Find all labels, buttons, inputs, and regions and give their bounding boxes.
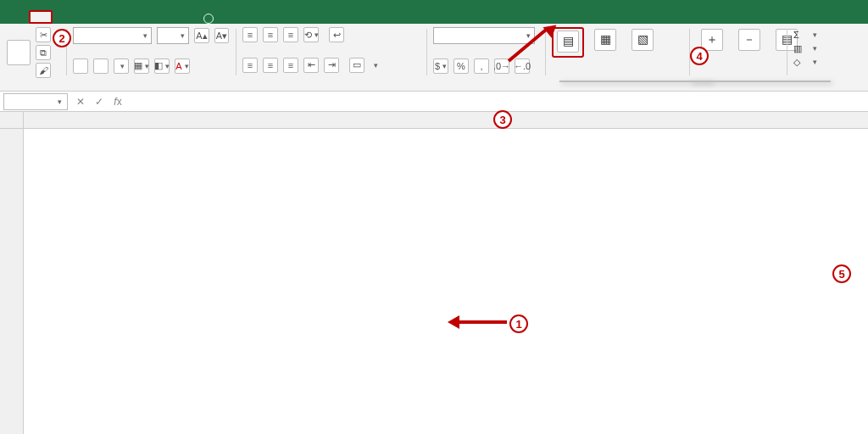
increase-indent-button[interactable]: ⇥ xyxy=(324,58,339,73)
highlight-cells-submenu xyxy=(691,81,831,82)
group-alignment: ≡ ≡ ≡ ⟲ ↩ ≡ ≡ ≡ ⇤ ⇥ ▭ xyxy=(236,24,426,91)
lightbulb-icon xyxy=(203,14,214,24)
fill-button[interactable]: ▥ xyxy=(793,42,861,54)
copy-button[interactable]: ⧉ xyxy=(36,45,51,60)
decrease-decimal-button[interactable]: ←.0 xyxy=(515,58,530,74)
fx-button[interactable]: fx xyxy=(108,96,127,108)
worksheet[interactable] xyxy=(0,112,868,434)
sigma-icon: Σ xyxy=(793,30,804,40)
eraser-icon: ◇ xyxy=(793,57,804,67)
number-format-select[interactable] xyxy=(433,27,535,44)
select-all-triangle[interactable] xyxy=(0,112,24,129)
increase-font-button[interactable]: A▴ xyxy=(194,28,209,43)
group-label-number xyxy=(433,87,538,89)
cancel-formula-button[interactable]: ✕ xyxy=(71,96,90,108)
delete-icon: － xyxy=(738,29,760,51)
decrease-font-button[interactable]: A▾ xyxy=(214,28,229,43)
orientation-button[interactable]: ⟲ xyxy=(303,27,319,42)
align-center-button[interactable]: ≡ xyxy=(263,58,278,73)
bold-button[interactable] xyxy=(73,58,88,74)
annotation-2: 2 xyxy=(53,29,71,47)
align-bottom-button[interactable]: ≡ xyxy=(283,27,298,42)
decrease-indent-button[interactable]: ⇤ xyxy=(303,58,319,73)
tab-page-layout[interactable] xyxy=(73,14,93,24)
tab-insert[interactable] xyxy=(53,14,73,24)
accounting-format-button[interactable]: $ xyxy=(433,58,448,74)
delete-cells-button[interactable]: － xyxy=(733,27,765,54)
annotation-3: 3 xyxy=(493,110,512,129)
align-top-button[interactable]: ≡ xyxy=(242,27,258,42)
merge-icon: ▭ xyxy=(349,58,364,73)
ribbon-tabs xyxy=(0,0,868,24)
align-left-button[interactable]: ≡ xyxy=(242,58,258,73)
tab-home[interactable] xyxy=(29,10,53,24)
row-headers xyxy=(0,112,24,434)
font-color-button[interactable]: A xyxy=(175,58,190,74)
group-label-clipboard xyxy=(7,87,59,89)
enter-formula-button[interactable]: ✓ xyxy=(90,96,108,108)
merge-center-button[interactable]: ▭ xyxy=(349,58,378,73)
fill-icon: ▥ xyxy=(793,43,804,53)
fill-color-button[interactable]: ◧ xyxy=(154,58,170,74)
tab-review[interactable] xyxy=(134,14,154,24)
format-as-table-icon: ▦ xyxy=(594,29,616,51)
tell-me[interactable] xyxy=(203,14,219,24)
paste-icon xyxy=(7,40,31,65)
group-label-editing xyxy=(793,87,861,89)
clear-button[interactable]: ◇ xyxy=(793,56,861,68)
paste-button[interactable] xyxy=(7,40,31,66)
format-as-table-button[interactable]: ▦ xyxy=(589,27,621,54)
italic-button[interactable] xyxy=(93,58,108,74)
annotation-5: 5 xyxy=(832,264,851,283)
tab-data[interactable] xyxy=(114,14,134,24)
conditional-formatting-menu xyxy=(559,81,712,82)
wrap-icon: ↩ xyxy=(329,27,344,42)
tab-help[interactable] xyxy=(175,14,195,24)
underline-button[interactable] xyxy=(114,58,129,74)
increase-decimal-button[interactable]: .0→ xyxy=(494,58,509,74)
column-headers xyxy=(24,112,868,129)
formula-bar: ✕ ✓ fx xyxy=(0,92,868,112)
format-painter-button[interactable]: 🖌 xyxy=(36,63,51,78)
cell-styles-button[interactable]: ▧ xyxy=(626,27,659,54)
group-font: A▴ A▾ ▦ ◧ A xyxy=(66,24,236,91)
group-label-alignment xyxy=(242,87,420,89)
group-number: $ % , .0→ ←.0 xyxy=(426,24,545,91)
wrap-text-button[interactable]: ↩ xyxy=(329,27,348,42)
autosum-button[interactable]: Σ xyxy=(793,29,861,41)
align-right-button[interactable]: ≡ xyxy=(283,58,298,73)
comma-format-button[interactable]: , xyxy=(474,58,489,74)
conditional-formatting-icon: ▤ xyxy=(557,31,579,53)
annotation-4: 4 xyxy=(690,47,709,65)
percent-format-button[interactable]: % xyxy=(453,58,469,74)
name-box[interactable] xyxy=(3,93,68,110)
align-middle-button[interactable]: ≡ xyxy=(263,27,278,42)
tab-file[interactable] xyxy=(8,14,29,24)
cut-button[interactable]: ✂ xyxy=(36,27,51,42)
border-button[interactable]: ▦ xyxy=(134,58,149,74)
group-label-font xyxy=(73,87,229,89)
tab-formulas[interactable] xyxy=(93,14,114,24)
font-size-select[interactable] xyxy=(157,27,190,44)
annotation-1: 1 xyxy=(509,314,528,333)
tab-view[interactable] xyxy=(154,14,175,24)
font-name-select[interactable] xyxy=(73,27,152,44)
cell-styles-icon: ▧ xyxy=(632,29,654,51)
